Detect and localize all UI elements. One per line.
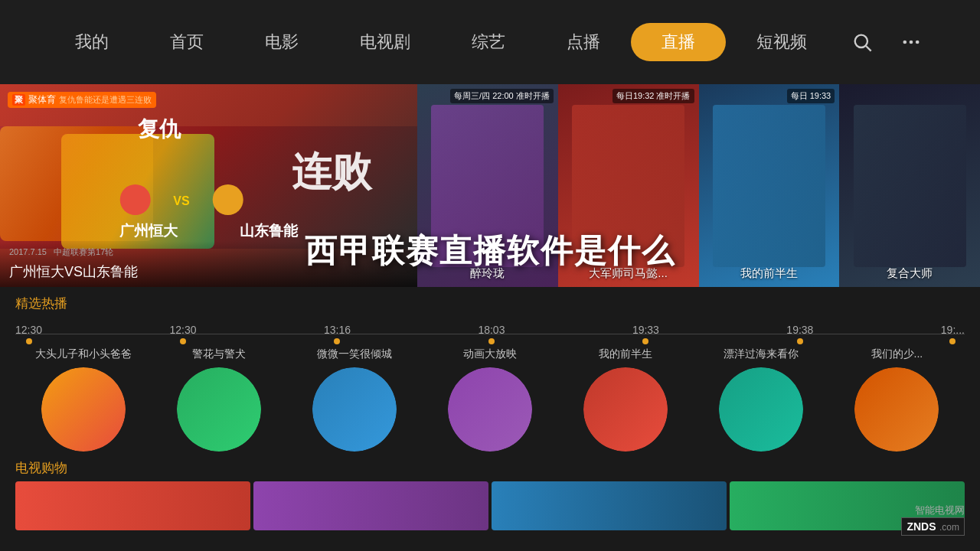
nav-item-电影[interactable]: 电影 <box>234 23 329 61</box>
hero-banner: 聚 聚体育 复仇鲁能还是遭遇三连败 复仇 连败 VS 广州恒大 <box>0 84 980 287</box>
svg-point-2 <box>903 41 907 44</box>
program-thumb-5 <box>719 367 803 452</box>
program-thumb-2 <box>312 367 397 452</box>
nav-item-首页[interactable]: 首页 <box>139 23 234 61</box>
program-thumb-6 <box>854 367 939 452</box>
watermark-brand: ZNDS <box>906 520 936 533</box>
hot-section: 精选热播 <box>0 287 980 323</box>
timeline-time-t6: 19:38 <box>786 324 813 336</box>
program-item-3[interactable]: 动画大放映 <box>422 347 557 452</box>
program-item-4[interactable]: 我的前半生 <box>558 347 694 452</box>
hero-card-title-c4: 复合大师 <box>839 266 980 281</box>
pptv-badge: 聚 聚体育 复仇鲁能还是遭遇三连败 <box>8 92 156 108</box>
fushi-text: 复仇 <box>138 115 181 144</box>
match-info: 中超联赛第17轮 <box>54 247 113 256</box>
search-icon[interactable] <box>845 25 879 59</box>
svg-point-4 <box>916 41 920 44</box>
hero-card-title-c3: 我的前半生 <box>699 266 840 281</box>
timeline-dot-t7 <box>949 338 956 344</box>
bottom-card-1[interactable] <box>15 481 250 530</box>
timeline-time-t5: 19:33 <box>632 324 659 336</box>
watermark-suffix: .com <box>939 522 959 533</box>
nav-item-直播[interactable]: 直播 <box>631 23 726 61</box>
hero-card-title-c2: 大军师司马懿... <box>558 266 699 281</box>
timeline-dot-t4 <box>488 338 495 344</box>
timeline-item-t6: 19:38 <box>786 324 813 344</box>
timeline: 12:3012:3013:1618:0319:3319:3819:... <box>0 323 980 344</box>
timeline-items: 12:3012:3013:1618:0319:3319:3819:... <box>15 324 965 344</box>
timeline-dot-t5 <box>642 338 648 344</box>
hero-card-c1[interactable]: 每周三/四 22:00 准时开播醉玲珑 <box>417 84 558 287</box>
program-item-0[interactable]: 大头儿子和小头爸爸 <box>15 347 151 452</box>
program-name-6: 我们的少... <box>871 347 923 361</box>
program-name-3: 动画大放映 <box>463 347 517 361</box>
nav-item-点播[interactable]: 点播 <box>536 23 631 61</box>
timeline-dot-t6 <box>797 338 803 344</box>
vs-label: VS <box>173 194 189 208</box>
program-item-1[interactable]: 警花与警犬 <box>151 347 286 452</box>
program-name-2: 微微一笑很倾城 <box>317 347 392 361</box>
watermark: 智能电视网 ZNDS .com <box>901 504 965 536</box>
timeline-item-t5: 19:33 <box>632 324 659 344</box>
program-name-5: 漂洋过海来看你 <box>724 347 799 361</box>
nav-item-综艺[interactable]: 综艺 <box>441 23 536 61</box>
nav-item-短视频[interactable]: 短视频 <box>726 23 838 61</box>
match-date: 2017.7.15 <box>9 247 47 256</box>
program-thumb-3 <box>448 367 532 452</box>
program-item-2[interactable]: 微微一笑很倾城 <box>286 347 422 452</box>
navigation: 我的首页电影电视剧综艺点播直播短视频 <box>0 0 980 84</box>
program-thumb-0 <box>41 367 126 452</box>
timeline-dot-t3 <box>334 338 340 344</box>
timeline-time-t2: 12:30 <box>169 324 196 336</box>
nav-item-电视剧[interactable]: 电视剧 <box>329 23 441 61</box>
program-thumb-1 <box>177 367 261 452</box>
tv-shopping-title: 电视购物 <box>15 459 965 477</box>
timeline-item-t2: 12:30 <box>169 324 196 344</box>
hero-card-title-c1: 醉玲珑 <box>417 266 558 281</box>
svg-point-0 <box>855 35 867 47</box>
bottom-card-2[interactable] <box>253 481 488 530</box>
timeline-item-t7: 19:... <box>941 324 965 344</box>
hero-main-title: 广州恒大VS山东鲁能 <box>9 262 138 281</box>
timeline-item-t1: 12:30 <box>15 324 42 344</box>
nav-item-我的[interactable]: 我的 <box>44 23 139 61</box>
hot-section-title: 精选热播 <box>15 295 965 312</box>
watermark-logo: ZNDS .com <box>901 517 965 536</box>
program-name-0: 大头儿子和小头爸爸 <box>35 347 132 361</box>
bottom-cards <box>0 477 980 530</box>
timeline-dot-t1 <box>26 338 32 344</box>
program-name-4: 我的前半生 <box>599 347 652 361</box>
timeline-time-t4: 18:03 <box>478 324 505 336</box>
bottom-card-3[interactable] <box>492 481 727 530</box>
lianbai-text: 连败 <box>292 145 371 199</box>
hero-card-c2[interactable]: 每日19:32 准时开播大军师司马懿... <box>558 84 699 287</box>
watermark-site-name: 智能电视网 <box>915 504 965 517</box>
team1-name: 广州恒大 <box>119 223 178 239</box>
svg-point-3 <box>910 41 913 44</box>
team2-name: 山东鲁能 <box>240 223 298 239</box>
program-name-1: 警花与警犬 <box>192 347 246 361</box>
timeline-dot-t2 <box>180 338 186 344</box>
timeline-time-t3: 13:16 <box>324 324 351 336</box>
hero-card-c3[interactable]: 每日 19:33我的前半生 <box>699 84 840 287</box>
more-icon[interactable] <box>894 25 928 59</box>
program-item-5[interactable]: 漂洋过海来看你 <box>694 347 829 452</box>
timeline-time-t1: 12:30 <box>15 324 42 336</box>
program-item-6[interactable]: 我们的少... <box>829 347 965 452</box>
hero-side-cards: 每周三/四 22:00 准时开播醉玲珑每日19:32 准时开播大军师司马懿...… <box>417 84 980 287</box>
timeline-time-t7: 19:... <box>941 324 965 336</box>
hero-card-c4[interactable]: 复合大师 <box>839 84 980 287</box>
tv-shopping-section: 电视购物 <box>0 455 980 477</box>
svg-line-1 <box>866 46 871 51</box>
timeline-item-t3: 13:16 <box>324 324 351 344</box>
hero-main-card[interactable]: 聚 聚体育 复仇鲁能还是遭遇三连败 复仇 连败 VS 广州恒大 <box>0 84 417 287</box>
program-row: 大头儿子和小头爸爸警花与警犬微微一笑很倾城动画大放映我的前半生漂洋过海来看你我们… <box>0 344 980 455</box>
timeline-item-t4: 18:03 <box>478 324 505 344</box>
program-thumb-4 <box>583 367 668 452</box>
